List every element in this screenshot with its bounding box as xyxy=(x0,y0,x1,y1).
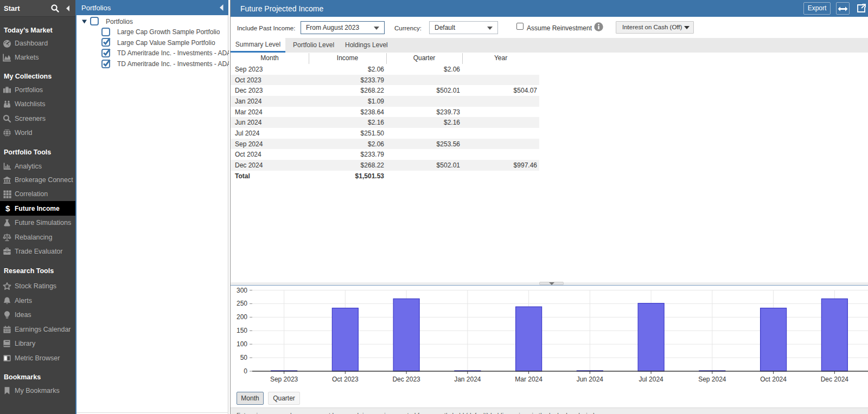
svg-text:Sep 2023: Sep 2023 xyxy=(270,376,298,383)
svg-text:Mar 2024: Mar 2024 xyxy=(515,376,542,383)
svg-text:300: 300 xyxy=(237,287,247,294)
svg-text:Dec 2023: Dec 2023 xyxy=(392,376,420,383)
svg-text:Jul 2024: Jul 2024 xyxy=(639,376,663,383)
svg-text:250: 250 xyxy=(237,300,247,307)
svg-text:100: 100 xyxy=(237,340,247,348)
svg-text:Dec 2024: Dec 2024 xyxy=(821,376,849,383)
svg-text:50: 50 xyxy=(240,354,248,361)
svg-text:Jan 2024: Jan 2024 xyxy=(454,376,481,383)
svg-text:150: 150 xyxy=(237,327,247,334)
svg-text:Sep 2024: Sep 2024 xyxy=(698,376,726,383)
svg-text:Jun 2024: Jun 2024 xyxy=(577,376,604,383)
svg-text:Oct 2023: Oct 2023 xyxy=(332,376,359,383)
svg-text:Oct 2024: Oct 2024 xyxy=(760,376,787,383)
svg-text:0: 0 xyxy=(244,367,247,375)
svg-text:200: 200 xyxy=(237,313,247,321)
